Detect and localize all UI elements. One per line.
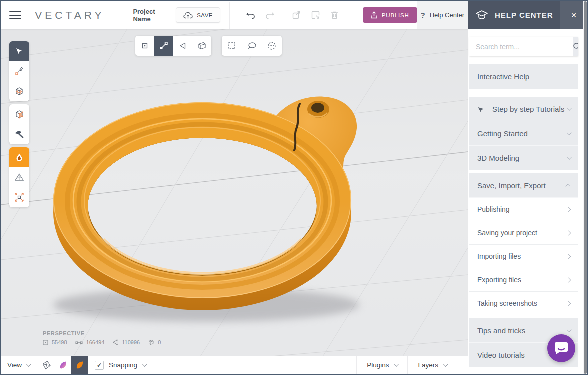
chevron-down-icon: [567, 155, 572, 160]
main-menu-button[interactable]: [1, 1, 22, 29]
face-mode-button[interactable]: [173, 36, 192, 56]
chat-bubble-button[interactable]: [547, 334, 575, 362]
scene-canvas[interactable]: [1, 29, 468, 356]
plugins-dropdown[interactable]: Plugins: [356, 356, 407, 374]
cursor-arrow-icon: [477, 105, 485, 113]
vertex-mode-button[interactable]: [135, 36, 154, 56]
view-label: View: [7, 361, 22, 369]
chevron-up-icon: [565, 183, 570, 188]
help-subitem-saving-your-project[interactable]: Saving your project: [469, 221, 578, 245]
selection-counts: 55498 166494 110996 0: [43, 339, 165, 345]
publish-button[interactable]: PUBLISH: [363, 7, 417, 23]
solid-mode-button[interactable]: [71, 356, 88, 374]
help-item-label: Step by step Tutorials: [492, 105, 564, 113]
snapping-label: Snapping: [109, 361, 137, 369]
edge-mode-button[interactable]: [154, 36, 173, 56]
help-subitem-taking-screenshots[interactable]: Taking screenshots: [469, 292, 578, 315]
cube-face-icon: [14, 109, 25, 119]
cloud-upload-icon: [183, 12, 193, 19]
sculpt-tool-button[interactable]: [9, 124, 29, 144]
chevron-down-icon: [142, 362, 147, 367]
chevron-down-icon: [567, 130, 572, 135]
model-ring[interactable]: [53, 96, 359, 322]
hamburger-icon: [9, 11, 21, 12]
shaded-mode-button[interactable]: [55, 356, 71, 374]
face-edit-tool-button[interactable]: [9, 104, 29, 124]
help-item-getting-started[interactable]: Getting Started: [469, 121, 578, 146]
trash-icon: [331, 11, 338, 19]
material-tool-button[interactable]: [9, 147, 29, 167]
lasso-select-button[interactable]: [242, 36, 262, 56]
object-mode-button[interactable]: [192, 36, 211, 56]
tab-hole: [307, 101, 329, 118]
view-dropdown[interactable]: View: [1, 356, 36, 374]
redo-button[interactable]: [265, 10, 275, 20]
help-item-interactive-help[interactable]: Interactive Help: [469, 64, 578, 89]
search-icon: [573, 42, 578, 51]
project-name[interactable]: Project Name: [133, 8, 166, 23]
chevron-right-icon: [566, 207, 571, 212]
viewport-stats: PERSPECTIVE 55498 166494 110996 0: [43, 330, 165, 345]
camera-mode-label: PERSPECTIVE: [43, 330, 165, 336]
bottom-bar-right: Plugins Layers: [356, 356, 468, 374]
vectary-logo: VECTARY: [35, 9, 104, 21]
help-item-label: 3D Modeling: [477, 154, 519, 162]
app-window: VECTARY Project Name SAVE: [0, 0, 588, 375]
wireframe-mode-button[interactable]: [38, 356, 55, 374]
graduation-cap-icon: [475, 10, 488, 21]
duplicate-button[interactable]: [292, 10, 302, 20]
select-tool-button[interactable]: [9, 41, 29, 61]
help-search: [469, 37, 578, 56]
chevron-down-icon: [26, 362, 31, 367]
marquee-select-button[interactable]: [222, 36, 242, 56]
3d-viewport[interactable]: PERSPECTIVE 55498 166494 110996 0: [1, 29, 468, 356]
help-panel-body: Interactive Help Step by step Tutorials …: [469, 29, 578, 367]
help-subitem-exporting-files[interactable]: Exporting files: [469, 268, 578, 292]
help-section-group: Step by step Tutorials Getting Started 3…: [469, 97, 578, 170]
delete-button[interactable]: [330, 10, 340, 20]
help-item-save-import-export[interactable]: Save, Import, Export: [469, 173, 578, 198]
help-subitem-importing-files[interactable]: Importing files: [469, 245, 578, 268]
cube-icon: [197, 41, 207, 50]
save-button[interactable]: SAVE: [176, 7, 220, 23]
help-subitem-label: Saving your project: [477, 229, 537, 237]
panel-scrollbar[interactable]: [583, 1, 588, 374]
help-search-input[interactable]: [469, 37, 573, 56]
lasso-icon: [247, 42, 257, 50]
chevron-down-icon: [567, 106, 572, 111]
selection-mode-toolbar: [135, 36, 282, 56]
marquee-icon: [228, 42, 236, 50]
help-center-toggle[interactable]: ? Help Center: [417, 1, 468, 29]
publish-label: PUBLISH: [382, 12, 409, 18]
help-item-3d-modeling[interactable]: 3D Modeling: [469, 146, 578, 170]
close-icon: ✕: [571, 11, 577, 19]
marquee-mode-group: [222, 36, 282, 56]
top-bar: VECTARY Project Name SAVE: [1, 1, 468, 29]
help-section-save-import-export: Save, Import, Export Publishing Saving y…: [469, 173, 578, 315]
layers-dropdown[interactable]: Layers: [407, 356, 457, 374]
help-panel-header: HELP CENTER ✕: [468, 1, 588, 29]
paint-select-button[interactable]: [262, 36, 282, 56]
help-search-button[interactable]: [573, 37, 578, 56]
clone-button[interactable]: [311, 10, 321, 20]
redo-icon: [265, 11, 274, 19]
edit-mesh-tool-button[interactable]: [9, 81, 29, 101]
help-item-step-by-step-tutorials[interactable]: Step by step Tutorials: [469, 97, 578, 121]
toolbar-group-face: [9, 104, 29, 144]
snapping-control[interactable]: ✓ Snapping: [88, 356, 152, 374]
component-mode-group: [135, 36, 211, 56]
snapping-checkbox[interactable]: ✓: [95, 361, 104, 370]
vertex-count-icon: [43, 340, 48, 345]
divider: [457, 356, 468, 374]
subdivision-tool-button[interactable]: [9, 167, 29, 187]
help-item-label: Video tutorials: [477, 351, 525, 359]
draw-tool-button[interactable]: [9, 61, 29, 81]
help-subitem-publishing[interactable]: Publishing: [469, 198, 578, 221]
face-count-icon: [112, 339, 118, 345]
chevron-right-icon: [566, 301, 571, 306]
scrollbar-thumb[interactable]: [584, 1, 587, 374]
left-toolbar: [9, 41, 29, 210]
wireframe-icon: [42, 360, 51, 370]
fit-view-tool-button[interactable]: [9, 187, 29, 207]
undo-button[interactable]: [246, 10, 256, 20]
